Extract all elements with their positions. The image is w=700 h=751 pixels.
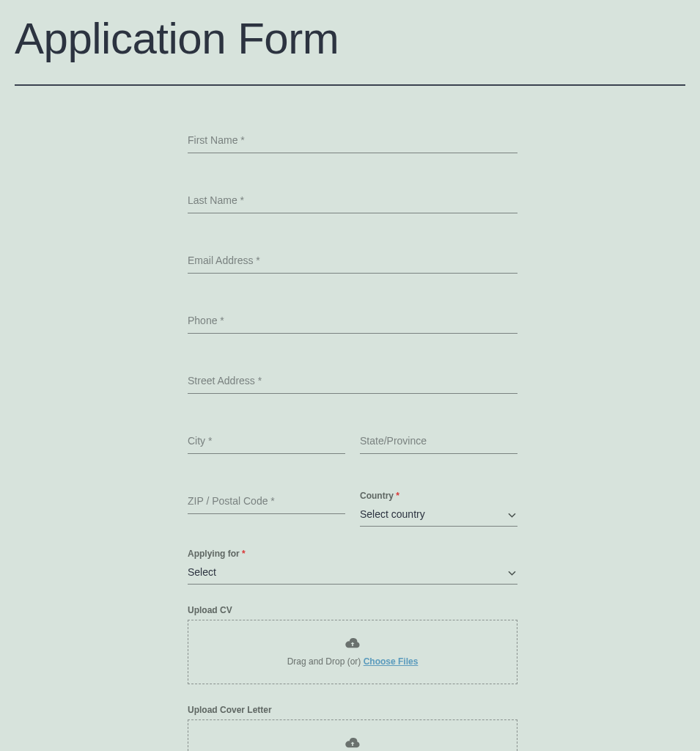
- country-select[interactable]: Select country: [360, 505, 517, 527]
- drag-drop-text: Drag and Drop (or): [287, 656, 364, 667]
- page-title: Application Form: [15, 13, 685, 64]
- applying-for-label-text: Applying for: [188, 549, 240, 559]
- applying-for-selected-value: Select: [188, 563, 517, 584]
- country-label-text: Country: [360, 491, 394, 501]
- country-label: Country *: [360, 491, 517, 501]
- applying-for-label: Applying for *: [188, 549, 517, 559]
- country-selected-value: Select country: [360, 505, 517, 526]
- divider: [15, 84, 685, 86]
- choose-files-link[interactable]: Choose Files: [364, 656, 419, 667]
- applying-for-select[interactable]: Select: [188, 563, 517, 585]
- upload-cv-text: Drag and Drop (or) Choose Files: [287, 656, 419, 667]
- required-mark: *: [242, 549, 246, 559]
- zip-input[interactable]: [188, 491, 345, 514]
- cloud-upload-icon: [345, 637, 361, 652]
- last-name-input[interactable]: [188, 190, 517, 213]
- cloud-upload-icon: [345, 737, 361, 751]
- state-input[interactable]: [360, 431, 517, 454]
- upload-cv-label: Upload CV: [188, 605, 517, 615]
- email-input[interactable]: [188, 250, 517, 274]
- upload-cover-dropzone[interactable]: Drag and Drop (or) Choose Files: [188, 719, 517, 751]
- application-form: Country * Select country Applying for * …: [188, 130, 517, 751]
- street-address-input[interactable]: [188, 370, 517, 394]
- upload-cv-dropzone[interactable]: Drag and Drop (or) Choose Files: [188, 620, 517, 684]
- phone-input[interactable]: [188, 310, 517, 334]
- first-name-input[interactable]: [188, 130, 517, 153]
- upload-cover-label: Upload Cover Letter: [188, 705, 517, 715]
- city-input[interactable]: [188, 431, 345, 454]
- required-mark: *: [396, 491, 399, 501]
